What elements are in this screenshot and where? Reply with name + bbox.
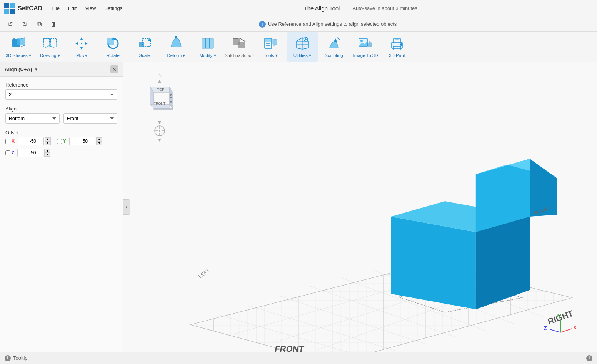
tool-sculpting[interactable]: Sculpting [319, 32, 349, 62]
y-axis-label: Y [63, 139, 66, 144]
offset-y-checkbox[interactable] [57, 139, 62, 144]
svg-rect-18 [107, 38, 114, 45]
svg-text:Z: Z [544, 325, 547, 331]
x-spin-up[interactable]: ▲ [45, 137, 51, 141]
left-label: LEFT [197, 267, 211, 279]
svg-point-41 [360, 40, 363, 42]
stitch-scoop-icon [231, 35, 247, 52]
offset-section: Offset X ▲ ▼ Y [5, 130, 117, 160]
x-spinner-controls: ▲ ▼ [45, 137, 51, 145]
x-spin-down[interactable]: ▼ [45, 141, 51, 145]
offset-label: Offset [5, 130, 117, 135]
menu-edit[interactable]: Edit [65, 4, 80, 13]
tool-utilities-label: Utilities ▾ [293, 53, 311, 58]
svg-rect-35 [265, 38, 272, 42]
offset-x-input[interactable] [18, 137, 44, 145]
svg-rect-31 [238, 42, 245, 48]
z-spin-down[interactable]: ▼ [44, 153, 50, 157]
svg-rect-2 [4, 9, 9, 14]
undo-button[interactable]: ↺ [5, 19, 15, 30]
offset-y-input[interactable] [69, 137, 95, 145]
page-title: The Align Tool [304, 5, 340, 12]
z-axis-label: Z [12, 150, 14, 155]
svg-rect-25 [202, 38, 213, 48]
align-section: Align Bottom Top Center Left Right Front… [5, 106, 117, 124]
svg-point-47 [400, 43, 402, 46]
left-panel: Align (U+A) ▼ ✕ Reference 2 1 3 Align [0, 62, 123, 352]
viewport[interactable]: ‹ ⌂ [123, 62, 597, 352]
action-bar: ↺ ↻ ⧉ 🗑 i Use Reference and Align settin… [0, 17, 597, 32]
tool-3d-print-label: 3D Print [389, 53, 405, 58]
offset-y-spinner: ▲ ▼ [69, 137, 102, 145]
panel-close-button[interactable]: ✕ [110, 65, 118, 73]
tool-scale-label: Scale [139, 53, 150, 58]
tool-drawing-label: Drawing ▾ [40, 53, 60, 58]
tool-tools[interactable]: Tools ▾ [255, 32, 286, 62]
selfcad-logo-icon [4, 3, 15, 14]
menu-settings[interactable]: Settings [101, 4, 125, 13]
svg-line-6 [12, 38, 17, 39]
align-bottom-select[interactable]: Bottom Top Center Left Right [5, 113, 60, 124]
autosave-text: Auto-save in about 3 minutes [352, 5, 417, 11]
status-right: i [586, 355, 592, 361]
svg-rect-1 [10, 3, 15, 8]
info-message: Use Reference and Align settings to alig… [268, 21, 397, 27]
tool-drawing[interactable]: Drawing ▾ [35, 32, 65, 62]
svg-marker-43 [367, 41, 372, 47]
copy-button[interactable]: ⧉ [34, 19, 45, 30]
tools-icon [263, 35, 279, 52]
tool-3d-shapes[interactable]: 3D Shapes ▾ [3, 32, 34, 62]
svg-rect-16 [81, 43, 82, 44]
offset-z-input[interactable] [17, 149, 43, 157]
panel-dropdown-arrow[interactable]: ▼ [34, 67, 38, 72]
tool-3d-shapes-label: 3D Shapes ▾ [6, 53, 31, 58]
tool-deform[interactable]: Deform ▾ [161, 32, 192, 62]
tools-bar: 3D Shapes ▾ Drawing ▾ Move [0, 32, 597, 62]
align-front-select[interactable]: Front Back Center [63, 113, 118, 124]
menu-file[interactable]: File [48, 4, 63, 13]
reference-select[interactable]: 2 1 3 [5, 89, 117, 100]
z-spin-up[interactable]: ▲ [44, 149, 50, 153]
tool-utilities[interactable]: Utilities ▾ [287, 32, 318, 62]
main-content: Align (U+A) ▼ ✕ Reference 2 1 3 Align [0, 62, 597, 352]
offset-z-spinner: ▲ ▼ [17, 149, 50, 157]
y-spin-up[interactable]: ▲ [96, 137, 102, 141]
svg-line-33 [240, 38, 245, 42]
info-icon: i [259, 21, 266, 28]
redo-button[interactable]: ↻ [19, 19, 30, 30]
delete-button[interactable]: 🗑 [48, 19, 59, 30]
tool-sculpting-label: Sculpting [325, 53, 343, 58]
svg-line-78 [560, 329, 572, 332]
rotate-icon [105, 35, 121, 52]
y-spin-down[interactable]: ▼ [96, 141, 102, 145]
tool-image-to-3d[interactable]: Image To 3D [350, 32, 381, 62]
tool-deform-label: Deform ▾ [167, 53, 185, 58]
menu-view[interactable]: View [82, 4, 99, 13]
info-bar: i Use Reference and Align settings to al… [63, 21, 592, 28]
panel-title-row: Align (U+A) ▼ [5, 67, 38, 72]
deform-icon [168, 35, 184, 52]
svg-rect-0 [4, 3, 9, 8]
tool-modify[interactable]: Modify ▾ [192, 32, 223, 62]
align-row: Bottom Top Center Left Right Front Back … [5, 113, 117, 124]
collapse-panel-button[interactable]: ‹ [123, 199, 130, 215]
offset-z-checkbox[interactable] [5, 150, 10, 155]
tool-image-to-3d-label: Image To 3D [353, 53, 378, 58]
reference-section: Reference 2 1 3 [5, 82, 117, 100]
tool-move[interactable]: Move [66, 32, 97, 62]
x-axis-label: X [12, 139, 15, 144]
scene-canvas: BACK FRONT RIGHT LEFT X Y Z [123, 62, 597, 352]
offset-x-checkbox[interactable] [5, 139, 10, 144]
svg-text:Y: Y [557, 313, 561, 319]
tool-stitch-scoop-label: Stitch & Scoop [225, 53, 253, 58]
top-menubar: SelfCAD File Edit View Settings The Alig… [0, 0, 597, 17]
svg-marker-12 [80, 37, 83, 40]
panel-header: Align (U+A) ▼ ✕ [0, 62, 123, 77]
tool-scale[interactable]: Scale [129, 32, 160, 62]
front-ground-label: FRONT [274, 344, 305, 352]
tooltip-info-icon: i [5, 355, 11, 361]
tool-stitch-scoop[interactable]: Stitch & Scoop [224, 32, 255, 62]
svg-marker-13 [80, 47, 83, 50]
tool-rotate[interactable]: Rotate [98, 32, 128, 62]
tool-3d-print[interactable]: 3D Print [382, 32, 412, 62]
